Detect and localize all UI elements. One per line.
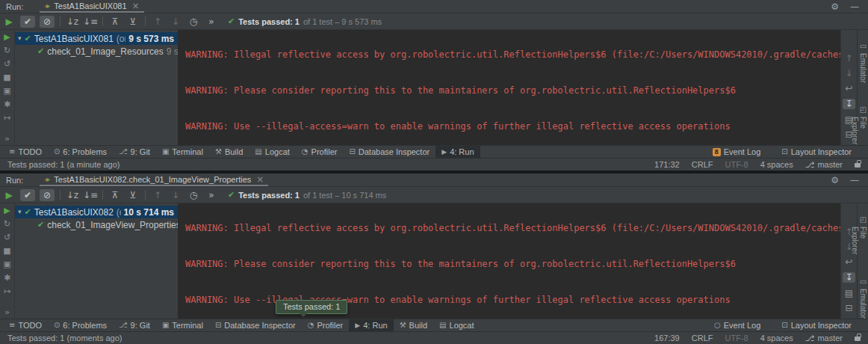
- file-encoding[interactable]: UTF-8: [725, 160, 748, 169]
- import-tests-icon[interactable]: ↦: [4, 114, 10, 122]
- show-passed-toggle[interactable]: ✔: [20, 16, 35, 28]
- run-tab-testa1basicuix082[interactable]: ◂▸ TestA1BasicUIX082.check_01_ImageView_…: [40, 173, 268, 186]
- test-tree-row-root[interactable]: ▾ ✔ TestA1BasicUIX081 (org.aplas.basica …: [15, 32, 178, 45]
- toolwindow-problems[interactable]: ⊙6: Problems: [48, 319, 113, 331]
- toolwindow-terminal[interactable]: ▣Terminal: [156, 146, 209, 158]
- sort-alphabetically-icon[interactable]: ↓z: [63, 191, 81, 200]
- file-encoding[interactable]: UTF-8: [725, 334, 748, 343]
- problems-icon: ⊙: [54, 322, 60, 329]
- lock-icon[interactable]: [855, 337, 861, 341]
- tool-stripe-emulator[interactable]: ▭ Emulator: [859, 42, 867, 83]
- layout-inspector-button[interactable]: ⊡Layout Inspector: [775, 319, 858, 331]
- collapse-all-icon[interactable]: ⊼: [106, 17, 124, 26]
- rerun-button[interactable]: ▶: [0, 17, 18, 26]
- toolwindow-git[interactable]: ⎇9: Git: [113, 146, 156, 158]
- toolwindow-problems[interactable]: ⊙6: Problems: [48, 146, 113, 158]
- indent-setting[interactable]: 4 spaces: [760, 160, 793, 169]
- toolwindow-database-inspector[interactable]: ⊟Database Inspector: [343, 146, 435, 158]
- rerun-failed-tests-icon[interactable]: ↻: [4, 46, 10, 55]
- hidden-actions-icon[interactable]: »: [4, 308, 10, 316]
- show-ignored-toggle[interactable]: ⊘: [40, 189, 55, 201]
- next-occurrence-icon[interactable]: ↓: [167, 191, 185, 200]
- show-ignored-toggle[interactable]: ⊘: [40, 16, 55, 28]
- more-actions-icon[interactable]: »: [202, 17, 220, 26]
- run-toolbar: ▶ ✔ ⊘ ↓z ↓≡ ⊼ ⊻ ↑ ↓ ◷ » ✔ Tests passed: …: [0, 13, 868, 30]
- git-branch[interactable]: ⎇master: [805, 160, 843, 169]
- toolwindow-profiler[interactable]: ◔Profiler: [302, 319, 350, 331]
- lock-icon[interactable]: [855, 163, 861, 168]
- toolwindow-terminal[interactable]: ▣Terminal: [156, 319, 209, 331]
- test-tree-row-root[interactable]: ▾ ✔ TestA1BasicUIX082 (org.aplas.basica …: [15, 206, 178, 218]
- stop-icon[interactable]: ■: [3, 73, 10, 82]
- soft-wrap-icon[interactable]: ↩: [845, 257, 852, 266]
- test-tree-row-method[interactable]: ✔ check_01_Image_Resources 9 s 573 ms: [15, 45, 178, 58]
- event-log-button[interactable]: 8Event Log: [707, 146, 767, 158]
- test-settings-icon[interactable]: ✱: [4, 274, 10, 282]
- toolwindow-database-inspector[interactable]: ⊟Database Inspector: [209, 319, 302, 331]
- line-ending[interactable]: CRLF: [692, 160, 713, 169]
- rerun-tests-icon[interactable]: ▶: [4, 206, 10, 215]
- minimize-icon[interactable]: —: [850, 2, 859, 11]
- test-settings-icon[interactable]: ✱: [4, 100, 10, 108]
- test-tree-row-method[interactable]: ✔ check_01_ImageView_Properties 10 s 714…: [15, 218, 178, 231]
- line-ending[interactable]: CRLF: [692, 334, 713, 343]
- test-history-icon[interactable]: ◷: [185, 191, 202, 200]
- close-icon[interactable]: ×: [132, 1, 140, 10]
- minimize-icon[interactable]: —: [850, 176, 859, 185]
- expand-all-icon[interactable]: ⊻: [124, 17, 142, 26]
- clear-console-icon[interactable]: ⊟: [845, 304, 852, 313]
- screenshot-icon[interactable]: ▣: [3, 260, 10, 268]
- console-output[interactable]: WARNING: Illegal reflective access by or…: [178, 30, 840, 145]
- more-actions-icon[interactable]: »: [202, 191, 220, 200]
- sort-by-duration-icon[interactable]: ↓≡: [81, 191, 99, 200]
- toggle-auto-test-icon[interactable]: ↺: [4, 60, 10, 68]
- toolwindow-build[interactable]: ⚒Build: [209, 146, 249, 158]
- layout-inspector-button[interactable]: ⊡Layout Inspector: [775, 146, 858, 158]
- toolwindow-git[interactable]: ⎇9: Git: [113, 319, 156, 331]
- toolwindow-logcat[interactable]: ▤Logcat: [433, 319, 480, 331]
- toolwindow-todo[interactable]: ≡TODO: [3, 319, 48, 331]
- soft-wrap-icon[interactable]: ↩: [845, 84, 852, 93]
- rerun-button[interactable]: ▶: [0, 191, 18, 200]
- collapse-all-icon[interactable]: ⊼: [106, 191, 124, 200]
- tool-stripe-device-file-explorer[interactable]: ◰ Device File Explorer: [851, 215, 868, 255]
- tool-stripe-emulator[interactable]: ▭ Emulator: [859, 277, 867, 319]
- previous-occurrence-icon[interactable]: ↑: [149, 17, 167, 26]
- screenshot-icon[interactable]: ▣: [3, 87, 10, 95]
- run-tab-testa1basicuix081[interactable]: ◂▸ TestA1BasicUIX081 ×: [40, 0, 143, 13]
- toolwindow-profiler[interactable]: ◔Profiler: [296, 146, 344, 158]
- previous-occurrence-icon[interactable]: ↑: [149, 191, 167, 200]
- gear-icon[interactable]: ⚙: [831, 176, 839, 185]
- toolwindow-run[interactable]: ▶4: Run: [349, 319, 393, 331]
- test-history-icon[interactable]: ◷: [185, 17, 202, 26]
- caret-position[interactable]: 167:39: [654, 334, 680, 343]
- toolwindow-build[interactable]: ⚒Build: [394, 319, 433, 331]
- tool-stripe-device-file-explorer[interactable]: ◰ Device File Explorer: [851, 105, 868, 145]
- rerun-tests-icon[interactable]: ▶: [4, 33, 10, 41]
- git-branch[interactable]: ⎇master: [805, 334, 843, 343]
- show-passed-toggle[interactable]: ✔: [20, 189, 35, 201]
- stop-icon[interactable]: ■: [3, 247, 10, 255]
- event-log-button[interactable]: ○Event Log: [708, 319, 766, 331]
- hidden-actions-icon[interactable]: »: [4, 135, 10, 143]
- toolwindow-todo[interactable]: ≡TODO: [3, 146, 48, 158]
- expand-all-icon[interactable]: ⊻: [124, 191, 142, 200]
- toggle-auto-test-icon[interactable]: ↺: [4, 233, 10, 242]
- toolwindow-run[interactable]: ▶4: Run: [435, 146, 480, 158]
- expander-icon[interactable]: ▾: [18, 209, 22, 215]
- toolwindow-logcat[interactable]: ▤Logcat: [249, 146, 295, 158]
- caret-position[interactable]: 171:32: [654, 160, 680, 169]
- next-occurrence-icon[interactable]: ↓: [167, 17, 185, 26]
- gear-icon[interactable]: ⚙: [831, 2, 839, 11]
- up-stack-trace-icon[interactable]: ↑: [845, 54, 852, 63]
- sort-by-duration-icon[interactable]: ↓≡: [81, 17, 99, 26]
- import-tests-icon[interactable]: ↦: [4, 287, 10, 295]
- indent-setting[interactable]: 4 spaces: [760, 334, 793, 343]
- rerun-failed-tests-icon[interactable]: ↻: [4, 220, 10, 228]
- print-icon[interactable]: ▤: [845, 289, 853, 298]
- close-icon[interactable]: ×: [256, 175, 264, 184]
- scroll-to-end-icon[interactable]: ↧: [843, 272, 855, 283]
- sort-alphabetically-icon[interactable]: ↓z: [63, 17, 81, 26]
- expander-icon[interactable]: ▾: [18, 35, 22, 42]
- down-stack-trace-icon[interactable]: ↓: [845, 69, 852, 78]
